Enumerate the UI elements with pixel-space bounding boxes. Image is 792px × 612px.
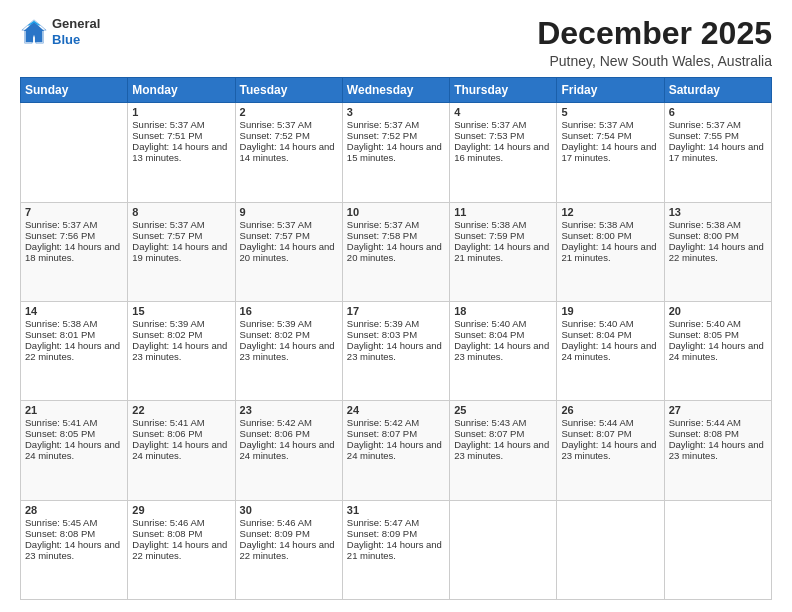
- sunset: Sunset: 8:05 PM: [669, 329, 739, 340]
- sunset: Sunset: 7:58 PM: [347, 230, 417, 241]
- day-number: 13: [669, 206, 767, 218]
- calendar-cell: 18 Sunrise: 5:40 AM Sunset: 8:04 PM Dayl…: [450, 301, 557, 400]
- daylight: Daylight: 14 hours and 22 minutes.: [25, 340, 120, 362]
- sunrise: Sunrise: 5:46 AM: [132, 517, 204, 528]
- calendar-cell: 30 Sunrise: 5:46 AM Sunset: 8:09 PM Dayl…: [235, 500, 342, 599]
- daylight: Daylight: 14 hours and 21 minutes.: [454, 241, 549, 263]
- calendar-week-row: 7 Sunrise: 5:37 AM Sunset: 7:56 PM Dayli…: [21, 202, 772, 301]
- sunrise: Sunrise: 5:47 AM: [347, 517, 419, 528]
- daylight: Daylight: 14 hours and 17 minutes.: [669, 141, 764, 163]
- daylight: Daylight: 14 hours and 23 minutes.: [454, 340, 549, 362]
- svg-marker-0: [24, 21, 45, 42]
- daylight: Daylight: 14 hours and 20 minutes.: [240, 241, 335, 263]
- logo-blue: Blue: [52, 32, 100, 48]
- daylight: Daylight: 14 hours and 24 minutes.: [25, 439, 120, 461]
- sunrise: Sunrise: 5:41 AM: [25, 417, 97, 428]
- daylight: Daylight: 14 hours and 19 minutes.: [132, 241, 227, 263]
- calendar-cell: 31 Sunrise: 5:47 AM Sunset: 8:09 PM Dayl…: [342, 500, 449, 599]
- sunset: Sunset: 7:52 PM: [347, 130, 417, 141]
- daylight: Daylight: 14 hours and 24 minutes.: [132, 439, 227, 461]
- calendar-cell: 23 Sunrise: 5:42 AM Sunset: 8:06 PM Dayl…: [235, 401, 342, 500]
- daylight: Daylight: 14 hours and 17 minutes.: [561, 141, 656, 163]
- day-number: 25: [454, 404, 552, 416]
- calendar-day-header: Saturday: [664, 78, 771, 103]
- calendar-cell: 27 Sunrise: 5:44 AM Sunset: 8:08 PM Dayl…: [664, 401, 771, 500]
- logo: General Blue: [20, 16, 100, 47]
- sunset: Sunset: 8:00 PM: [669, 230, 739, 241]
- daylight: Daylight: 14 hours and 24 minutes.: [669, 340, 764, 362]
- sunset: Sunset: 8:03 PM: [347, 329, 417, 340]
- sunset: Sunset: 8:09 PM: [347, 528, 417, 539]
- calendar-cell: 12 Sunrise: 5:38 AM Sunset: 8:00 PM Dayl…: [557, 202, 664, 301]
- calendar-day-header: Sunday: [21, 78, 128, 103]
- sunset: Sunset: 8:08 PM: [132, 528, 202, 539]
- subtitle: Putney, New South Wales, Australia: [537, 53, 772, 69]
- daylight: Daylight: 14 hours and 20 minutes.: [347, 241, 442, 263]
- calendar-cell: 21 Sunrise: 5:41 AM Sunset: 8:05 PM Dayl…: [21, 401, 128, 500]
- calendar-cell: 5 Sunrise: 5:37 AM Sunset: 7:54 PM Dayli…: [557, 103, 664, 202]
- daylight: Daylight: 14 hours and 23 minutes.: [669, 439, 764, 461]
- logo-general: General: [52, 16, 100, 32]
- day-number: 8: [132, 206, 230, 218]
- sunset: Sunset: 7:53 PM: [454, 130, 524, 141]
- calendar-week-row: 28 Sunrise: 5:45 AM Sunset: 8:08 PM Dayl…: [21, 500, 772, 599]
- day-number: 21: [25, 404, 123, 416]
- calendar-cell: 8 Sunrise: 5:37 AM Sunset: 7:57 PM Dayli…: [128, 202, 235, 301]
- daylight: Daylight: 14 hours and 24 minutes.: [347, 439, 442, 461]
- sunset: Sunset: 8:01 PM: [25, 329, 95, 340]
- sunrise: Sunrise: 5:38 AM: [561, 219, 633, 230]
- sunset: Sunset: 8:07 PM: [561, 428, 631, 439]
- daylight: Daylight: 14 hours and 13 minutes.: [132, 141, 227, 163]
- day-number: 22: [132, 404, 230, 416]
- calendar-cell: 11 Sunrise: 5:38 AM Sunset: 7:59 PM Dayl…: [450, 202, 557, 301]
- header: General Blue December 2025 Putney, New S…: [20, 16, 772, 69]
- sunset: Sunset: 7:56 PM: [25, 230, 95, 241]
- calendar-week-row: 1 Sunrise: 5:37 AM Sunset: 7:51 PM Dayli…: [21, 103, 772, 202]
- daylight: Daylight: 14 hours and 23 minutes.: [240, 340, 335, 362]
- sunset: Sunset: 8:06 PM: [132, 428, 202, 439]
- calendar-day-header: Monday: [128, 78, 235, 103]
- sunset: Sunset: 8:02 PM: [240, 329, 310, 340]
- calendar-header-row: SundayMondayTuesdayWednesdayThursdayFrid…: [21, 78, 772, 103]
- sunrise: Sunrise: 5:37 AM: [454, 119, 526, 130]
- daylight: Daylight: 14 hours and 16 minutes.: [454, 141, 549, 163]
- logo-text: General Blue: [52, 16, 100, 47]
- sunrise: Sunrise: 5:38 AM: [454, 219, 526, 230]
- calendar-cell: 29 Sunrise: 5:46 AM Sunset: 8:08 PM Dayl…: [128, 500, 235, 599]
- day-number: 12: [561, 206, 659, 218]
- calendar-cell: 19 Sunrise: 5:40 AM Sunset: 8:04 PM Dayl…: [557, 301, 664, 400]
- calendar-cell: 24 Sunrise: 5:42 AM Sunset: 8:07 PM Dayl…: [342, 401, 449, 500]
- sunrise: Sunrise: 5:45 AM: [25, 517, 97, 528]
- sunset: Sunset: 8:08 PM: [25, 528, 95, 539]
- day-number: 3: [347, 106, 445, 118]
- sunrise: Sunrise: 5:37 AM: [25, 219, 97, 230]
- sunrise: Sunrise: 5:39 AM: [132, 318, 204, 329]
- day-number: 7: [25, 206, 123, 218]
- daylight: Daylight: 14 hours and 23 minutes.: [561, 439, 656, 461]
- sunrise: Sunrise: 5:38 AM: [25, 318, 97, 329]
- day-number: 16: [240, 305, 338, 317]
- sunrise: Sunrise: 5:46 AM: [240, 517, 312, 528]
- daylight: Daylight: 14 hours and 23 minutes.: [132, 340, 227, 362]
- daylight: Daylight: 14 hours and 21 minutes.: [561, 241, 656, 263]
- day-number: 28: [25, 504, 123, 516]
- calendar-cell: 10 Sunrise: 5:37 AM Sunset: 7:58 PM Dayl…: [342, 202, 449, 301]
- day-number: 14: [25, 305, 123, 317]
- day-number: 11: [454, 206, 552, 218]
- day-number: 20: [669, 305, 767, 317]
- calendar-cell: [664, 500, 771, 599]
- sunrise: Sunrise: 5:43 AM: [454, 417, 526, 428]
- calendar: SundayMondayTuesdayWednesdayThursdayFrid…: [20, 77, 772, 600]
- calendar-cell: 15 Sunrise: 5:39 AM Sunset: 8:02 PM Dayl…: [128, 301, 235, 400]
- calendar-cell: 13 Sunrise: 5:38 AM Sunset: 8:00 PM Dayl…: [664, 202, 771, 301]
- day-number: 9: [240, 206, 338, 218]
- calendar-cell: 9 Sunrise: 5:37 AM Sunset: 7:57 PM Dayli…: [235, 202, 342, 301]
- sunrise: Sunrise: 5:37 AM: [561, 119, 633, 130]
- title-block: December 2025 Putney, New South Wales, A…: [537, 16, 772, 69]
- sunset: Sunset: 8:09 PM: [240, 528, 310, 539]
- day-number: 4: [454, 106, 552, 118]
- calendar-cell: 20 Sunrise: 5:40 AM Sunset: 8:05 PM Dayl…: [664, 301, 771, 400]
- day-number: 24: [347, 404, 445, 416]
- sunrise: Sunrise: 5:37 AM: [347, 219, 419, 230]
- day-number: 30: [240, 504, 338, 516]
